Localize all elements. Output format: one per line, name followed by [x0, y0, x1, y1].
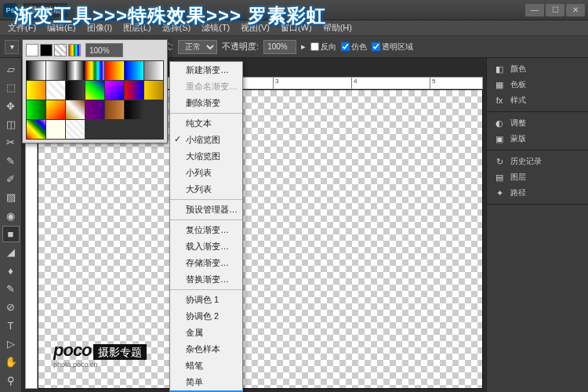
picker-zoom[interactable]	[85, 43, 123, 57]
panel-tab[interactable]: ↻历史记录	[487, 154, 588, 169]
panel-label: 调整	[510, 118, 526, 129]
panel-icon: ◧	[493, 64, 506, 74]
rainbow-swatch[interactable]	[68, 44, 81, 56]
gradient-swatch[interactable]	[66, 100, 85, 119]
panel-label: 颜色	[510, 64, 526, 74]
menu-item[interactable]: 协调色 1	[170, 292, 242, 308]
gradient-swatch[interactable]	[144, 81, 163, 100]
gradient-swatch[interactable]	[105, 81, 124, 100]
menu-item[interactable]: 小缩览图	[170, 132, 242, 148]
tool-button[interactable]: ♦	[2, 263, 20, 279]
fg-swatch[interactable]	[26, 44, 38, 56]
gradient-swatch[interactable]	[46, 100, 65, 119]
gradient-swatch[interactable]	[85, 61, 104, 80]
tool-button[interactable]: ✐	[2, 171, 20, 187]
bg-swatch[interactable]	[40, 44, 53, 56]
watermark: poco摄影专题 photo.poco.cn	[53, 340, 147, 368]
gradient-swatch[interactable]	[85, 81, 104, 100]
panel-tab[interactable]: ✦路径	[487, 185, 588, 201]
tool-button[interactable]: ■	[2, 226, 20, 242]
tool-button[interactable]: ◉	[2, 208, 20, 224]
gradient-swatch[interactable]	[105, 61, 124, 80]
gradient-swatch[interactable]	[66, 61, 85, 80]
min-button[interactable]: —	[525, 4, 544, 16]
gradient-swatch[interactable]	[46, 61, 65, 80]
tool-button[interactable]: ◢	[2, 244, 20, 260]
tool-button[interactable]: ✥	[2, 98, 20, 114]
gradient-swatch[interactable]	[125, 100, 143, 119]
tool-button[interactable]: ✂	[2, 134, 20, 151]
tool-button[interactable]: T	[2, 318, 20, 334]
menu-item[interactable]: 金属	[170, 325, 242, 341]
menu-item[interactable]: 新建渐变…	[170, 62, 242, 78]
menu-item[interactable]: 大缩览图	[170, 148, 242, 165]
gradient-swatch[interactable]	[125, 61, 143, 80]
gradient-swatch[interactable]	[27, 100, 45, 119]
menu-item[interactable]: 简单	[170, 374, 242, 390]
panel-tab[interactable]: ◐调整	[487, 115, 588, 131]
tool-button[interactable]: ✎	[2, 153, 20, 169]
tool-button[interactable]: ▱	[2, 61, 20, 78]
menu-item: 重命名渐变…	[170, 78, 242, 95]
tool-button[interactable]: ▷	[2, 336, 20, 352]
menu-item[interactable]: 大列表	[170, 181, 242, 198]
panel-icon: ▤	[493, 172, 506, 183]
opacity-flyout-icon[interactable]: ▸	[301, 42, 306, 52]
gradient-swatch[interactable]	[27, 61, 45, 80]
panel-tab[interactable]: ▣蒙版	[487, 131, 588, 147]
gradient-swatches	[26, 60, 164, 140]
toolbox: ▱⬚✥◫✂✎✐▨◉■◢♦✎⊘T▷✋⚲	[0, 58, 22, 392]
menu-item[interactable]: 协调色 2	[170, 308, 242, 325]
panel-icon: ✦	[493, 187, 506, 198]
tool-button[interactable]: ▨	[2, 189, 20, 205]
menu-item[interactable]: 删除渐变	[170, 95, 242, 111]
reverse-checkbox[interactable]: 反向	[310, 42, 336, 53]
panel-tab[interactable]: ◧颜色	[487, 61, 588, 77]
tool-button[interactable]: ⚲	[2, 372, 20, 389]
panel-tab[interactable]: ▤图层	[487, 169, 588, 185]
menu-item[interactable]: 存储渐变…	[170, 255, 242, 271]
tool-button[interactable]: ⊘	[2, 299, 20, 315]
panel-icon: ◐	[493, 118, 506, 129]
panel-icon: ▦	[493, 79, 506, 90]
gradient-swatch[interactable]	[66, 81, 85, 100]
menu-item[interactable]: 纯文本	[170, 115, 242, 132]
opacity-label: 不透明度:	[222, 41, 259, 53]
tool-button[interactable]: ✎	[2, 281, 20, 297]
opacity-input[interactable]	[263, 40, 296, 54]
gradient-preset-menu: 新建渐变…重命名渐变…删除渐变纯文本小缩览图大缩览图小列表大列表预设管理器…复位…	[169, 61, 243, 392]
menu-item[interactable]: 替换渐变…	[170, 271, 242, 288]
gradient-swatch[interactable]	[27, 81, 45, 100]
menu-item[interactable]: 复位渐变…	[170, 222, 242, 238]
gradient-swatch[interactable]	[125, 81, 143, 100]
gradient-picker-popup: ▸	[22, 39, 168, 143]
blend-mode-select[interactable]: 正常	[178, 40, 217, 54]
gradient-swatch[interactable]	[66, 120, 85, 139]
menu-item[interactable]: 预设管理器…	[170, 201, 242, 218]
gradient-swatch[interactable]	[85, 100, 104, 119]
gradient-swatch[interactable]	[105, 100, 124, 119]
transparency-checkbox[interactable]: 透明区域	[372, 42, 413, 53]
gradient-swatch[interactable]	[144, 61, 163, 80]
tool-button[interactable]: ✋	[2, 354, 20, 370]
panel-tab[interactable]: ▦色板	[487, 77, 588, 93]
gradient-swatch[interactable]	[46, 120, 65, 139]
menu-item[interactable]: 杂色样本	[170, 341, 242, 358]
gradient-swatch[interactable]	[46, 81, 65, 100]
tool-button[interactable]: ◫	[2, 116, 20, 132]
annotation-overlay: 渐变工具>>>特殊效果>>> 罗素彩虹	[14, 3, 326, 28]
close-button[interactable]: ✕	[566, 4, 585, 16]
menu-item[interactable]: 载入渐变…	[170, 238, 242, 255]
panel-label: 色板	[510, 79, 526, 90]
menu-item[interactable]: 小列表	[170, 165, 242, 181]
panel-label: 样式	[510, 95, 526, 106]
tool-button[interactable]: ⬚	[2, 79, 20, 96]
max-button[interactable]: ☐	[546, 4, 564, 16]
tool-preset-dd[interactable]: ▾	[5, 40, 19, 54]
panel-tab[interactable]: fx样式	[487, 93, 588, 108]
picker-menu-icon[interactable]: ▸	[159, 45, 164, 56]
menu-item[interactable]: 蜡笔	[170, 358, 242, 374]
dither-checkbox[interactable]: 仿色	[341, 42, 367, 53]
trans-swatch[interactable]	[54, 44, 67, 56]
gradient-swatch[interactable]	[27, 120, 45, 139]
